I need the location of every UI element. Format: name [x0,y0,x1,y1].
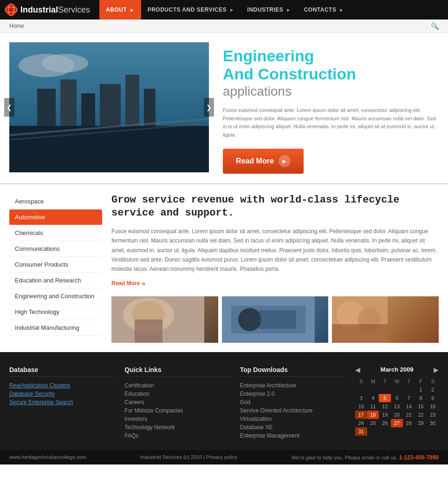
calendar-day[interactable]: 27 [391,419,403,427]
footer-db-link-1[interactable]: Database Security [9,391,115,397]
footer-db-link-2[interactable]: Secure Enterprise Search [9,399,115,405]
calendar-day[interactable]: 23 [427,411,439,419]
calendar-day[interactable]: 4 [367,394,379,402]
sidebar-item-automotive[interactable]: Automotive [9,209,102,225]
footer-ql-link-3[interactable]: For Midsize Companies [124,407,230,414]
calendar-day[interactable]: 22 [415,411,427,419]
sidebar-item-chemicals[interactable]: Chemicals [9,225,102,241]
hero-section: ❮ [0,33,448,183]
footer-dl-link-6[interactable]: Enterprise Management [240,432,346,439]
footer-top: Database RealApplication Clusters Databa… [9,366,439,441]
footer-ql-link-4[interactable]: Investors [124,416,230,422]
sidebar-item-hightech[interactable]: High Technology [9,304,102,320]
calendar-day [379,427,391,436]
calendar-day[interactable]: 2 [427,386,439,394]
calendar-day [403,386,415,394]
calendar-prev-button[interactable]: ◀ [355,366,360,373]
photo-2 [222,296,329,343]
calendar-day[interactable]: 10 [355,402,367,411]
nav-about[interactable]: ABOUT ► [99,0,141,20]
photo-3 [332,296,439,343]
calendar-day[interactable]: 20 [391,411,403,419]
footer-dl-link-3[interactable]: Service-Oriented Architecture [240,407,346,414]
hero-next-button[interactable]: ❯ [204,98,214,117]
chevron-icon: ► [130,7,134,13]
content-area: Grow service revenue with world-class li… [111,194,439,343]
cal-day-s2: S [427,377,439,386]
calendar-day[interactable]: 14 [403,402,415,411]
calendar-day[interactable]: 31 [355,427,367,436]
calendar-day[interactable]: 28 [403,419,415,427]
sidebar-item-communications[interactable]: Communications [9,241,102,257]
footer-dl-link-4[interactable]: Virtualization [240,416,346,422]
calendar-next-button[interactable]: ▶ [434,366,439,373]
calendar-day[interactable]: 19 [379,411,391,419]
footer-downloads-title: Top Downloads [240,366,346,377]
chevron-icon: ► [286,7,291,13]
breadcrumb-bar: Home 🔍 [0,20,448,33]
search-icon[interactable]: 🔍 [431,22,439,30]
calendar-day [355,386,367,394]
footer-db-link-0[interactable]: RealApplication Clusters [9,382,115,389]
footer-downloads-col: Top Downloads Enterprise Architecture En… [240,366,346,441]
nav-contacts[interactable]: CONTACTS ► [298,0,351,20]
calendar-day[interactable]: 29 [415,419,427,427]
calendar-day[interactable]: 25 [367,419,379,427]
cal-day-t2: T [403,377,415,386]
footer-ql-link-2[interactable]: Careers [124,399,230,405]
calendar-day[interactable]: 12 [379,402,391,411]
footer-dl-link-0[interactable]: Enterprise Architecture [240,382,346,389]
sidebar-item-education[interactable]: Education and Research [9,273,102,288]
sidebar-item-aerospace[interactable]: Aerospace [9,194,102,209]
logo-text: IndustrialServices [20,5,90,15]
breadcrumb-home[interactable]: Home [9,23,24,29]
svg-rect-28 [332,324,388,343]
calendar-day[interactable]: 15 [415,402,427,411]
sidebar-item-consumer[interactable]: Consumer Products [9,257,102,273]
content-read-more-link[interactable]: Read More » [111,280,145,287]
calendar-day[interactable]: 13 [391,402,403,411]
calendar-day [367,427,379,436]
header: IndustrialServices ABOUT ► PRODUCTS AND … [0,0,448,20]
calendar-day[interactable]: 30 [427,419,439,427]
footer-ql-link-6[interactable]: FAQs [124,432,230,439]
calendar-day[interactable]: 1 [415,386,427,394]
footer-ql-link-5[interactable]: Technology Network [124,424,230,431]
footer-dl-link-2[interactable]: Grid [240,399,346,405]
calendar-day [367,386,379,394]
footer-ql-link-1[interactable]: Education [124,391,230,397]
calendar-day[interactable]: 3 [355,394,367,402]
logo[interactable]: IndustrialServices [5,3,90,16]
calendar-day[interactable]: 24 [355,419,367,427]
sidebar-item-engineering[interactable]: Engineering and Construction [9,288,102,304]
footer-ql-link-0[interactable]: Certification [124,382,230,389]
calendar-day[interactable]: 11 [367,402,379,411]
nav-industries[interactable]: INDUSTRIES ► [241,0,298,20]
calendar-day[interactable]: 8 [415,394,427,402]
footer-dl-link-1[interactable]: Enterprise 2.0 [240,391,346,397]
svg-point-23 [238,308,261,331]
arrow-icon: » [142,280,145,287]
nav-products[interactable]: PRODUCTS AND SERVICES ► [141,0,241,20]
calendar-day[interactable]: 17 [355,411,367,419]
calendar-day[interactable]: 18 [367,411,379,419]
footer-database-col: Database RealApplication Clusters Databa… [9,366,115,441]
hero-prev-button[interactable]: ❮ [4,98,14,117]
read-more-button[interactable]: Read More ► [223,149,304,174]
sidebar-item-industrial[interactable]: Industrial Manufacturing [9,320,102,336]
footer-database-title: Database [9,366,115,377]
footer-dl-link-5[interactable]: Database XE [240,424,346,431]
calendar-day[interactable]: 5 [379,394,391,402]
arrow-circle-icon: ► [279,155,291,167]
calendar-day[interactable]: 7 [403,394,415,402]
hero-image-wrap: ❮ [9,42,209,172]
sidebar: Aerospace Automotive Chemicals Communica… [9,194,102,343]
calendar-header: ◀ March 2009 ▶ [355,366,439,373]
calendar-day[interactable]: 9 [427,394,439,402]
calendar-day[interactable]: 6 [391,394,403,402]
calendar-day[interactable]: 26 [379,419,391,427]
footer: Database RealApplication Clusters Databa… [0,352,448,464]
calendar-day [427,427,439,436]
calendar-day[interactable]: 16 [427,402,439,411]
calendar-day[interactable]: 21 [403,411,415,419]
